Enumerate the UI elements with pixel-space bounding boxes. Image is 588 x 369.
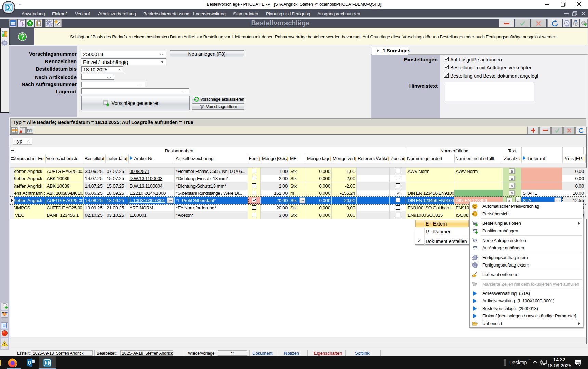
svg-text:?: ? bbox=[29, 21, 31, 26]
